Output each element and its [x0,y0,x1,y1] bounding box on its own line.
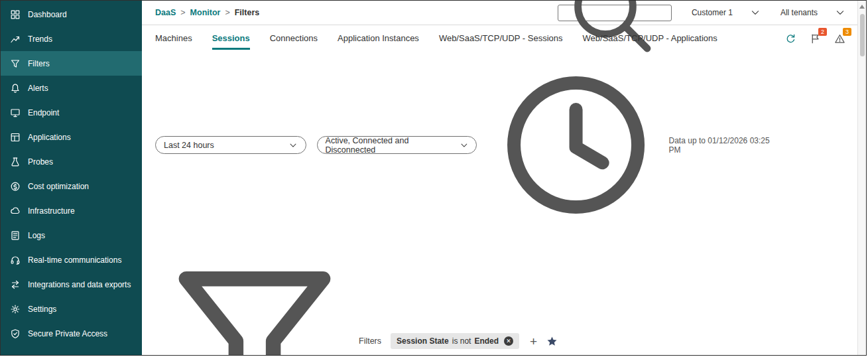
tab-machines[interactable]: Machines [155,33,192,50]
close-icon[interactable]: ✕ [504,336,513,346]
breadcrumb-separator: > [225,8,229,17]
probes-icon [10,157,21,167]
notification-badge: 2 [818,28,827,36]
sidebar-item-cost-optimization[interactable]: Cost optimization [1,174,142,198]
add-filter-button[interactable]: + [530,335,537,348]
data-up-to-text: Data up to 01/12/2026 03:25 PM [669,136,771,155]
filters-row: Filters Session State is not Ended ✕ + [142,234,857,355]
search-input[interactable] [663,7,666,18]
sidebar-item-label: Integrations and data exports [28,280,131,289]
session-state-select[interactable]: Active, Connected and Disconnected [317,136,477,154]
clock-icon [487,56,664,234]
tab-sessions[interactable]: Sessions [212,33,250,50]
sidebar-item-logs[interactable]: Logs [1,223,142,248]
cost-optimization-icon [10,181,21,192]
sidebar-item-trends[interactable]: Trends [1,27,142,51]
time-range-select[interactable]: Last 24 hours [155,136,306,154]
tabs: MachinesSessionsConnectionsApplication I… [155,33,717,50]
alerts-icon [10,83,21,94]
filters-label: Filters [155,242,381,355]
breadcrumb-daas[interactable]: DaaS [155,8,176,17]
scrollbar-thumb[interactable] [860,14,865,56]
realtime-communications-icon [10,255,21,265]
secure-private-access-icon [10,328,21,339]
sidebar-item-label: Endpoint [28,108,59,117]
funnel-icon [155,242,354,355]
sidebar-item-label: Probes [28,157,53,167]
breadcrumb-filters: Filters [235,8,260,17]
sidebar-item-alerts[interactable]: Alerts [1,76,142,100]
chip-field: Session State [397,336,449,346]
search-box[interactable] [558,5,672,21]
tab-connections[interactable]: Connections [270,33,318,50]
breadcrumb-monitor[interactable]: Monitor [190,8,221,17]
time-range-value: Last 24 hours [164,141,214,150]
sidebar-item-probes[interactable]: Probes [1,149,142,174]
tab-application-instances[interactable]: Application Instances [338,33,419,50]
sidebar-item-label: Real-time communications [28,255,121,265]
filters-icon [10,58,21,69]
chevron-down-icon [750,7,761,18]
tab-bar: MachinesSessionsConnectionsApplication I… [142,25,857,50]
sidebar-item-label: Dashboard [28,10,67,19]
refresh-icon[interactable] [785,33,796,44]
topbar-right: Customer 1 All tenants [558,5,845,21]
sidebar-item-label: Logs [28,231,45,240]
topbar: DaaS>Monitor>Filters Customer 1 All tena… [142,1,857,25]
scroll-up-arrow[interactable] [859,5,865,9]
chip-operator: is not [452,336,471,346]
integrations-icon [10,279,21,290]
chevron-down-icon [460,141,469,150]
chip-value: Ended [474,336,499,346]
sidebar-item-label: Applications [28,133,71,142]
filters-text: Filters [359,336,381,346]
breadcrumb: DaaS>Monitor>Filters [155,8,259,17]
sidebar-item-infrastructure[interactable]: Infrastructure [1,198,142,223]
data-freshness: Data up to 01/12/2026 03:25 PM [487,56,771,234]
breadcrumb-separator: > [180,8,185,17]
tab-web-saas-tcp-udp-sessions[interactable]: Web/SaaS/TCP/UDP - Sessions [439,33,563,50]
sidebar-item-label: Trends [28,35,52,44]
sidebar: DashboardTrendsFiltersAlertsEndpointAppl… [1,1,142,355]
sidebar-item-label: Cost optimization [28,182,89,191]
main-area: DaaS>Monitor>Filters Customer 1 All tena… [142,1,866,355]
sidebar-item-label: Secure Private Access [28,329,107,338]
warning-icon[interactable]: 3 [834,33,845,44]
sidebar-item-label: Settings [28,305,56,314]
dashboard-icon [10,9,21,20]
app-window: DashboardTrendsFiltersAlertsEndpointAppl… [0,0,867,356]
infrastructure-icon [10,206,21,216]
sidebar-item-settings[interactable]: Settings [1,297,142,321]
sidebar-item-applications[interactable]: Applications [1,125,142,149]
vertical-scrollbar[interactable] [857,1,866,355]
controls-row: Last 24 hours Active, Connected and Disc… [142,50,857,234]
filter-chip[interactable]: Session State is not Ended ✕ [391,333,519,349]
customer-label: Customer 1 [692,8,733,17]
applications-icon [10,132,21,143]
favorite-star-icon[interactable] [546,336,558,347]
tenant-label: All tenants [780,8,818,17]
sidebar-item-endpoint[interactable]: Endpoint [1,100,142,125]
flag-icon[interactable]: 2 [810,33,821,44]
tenant-selector[interactable]: All tenants [780,7,845,18]
endpoint-icon [10,107,21,118]
chevron-down-icon [835,7,845,18]
notification-icons: 23 [785,33,845,50]
session-state-value: Active, Connected and Disconnected [326,136,460,155]
sidebar-item-label: Infrastructure [28,206,75,216]
tab-web-saas-tcp-udp-applications[interactable]: Web/SaaS/TCP/UDP - Applications [583,33,717,50]
sidebar-item-secure-private-access[interactable]: Secure Private Access [1,321,142,346]
settings-icon [10,304,21,315]
sidebar-item-integrations-and-data-exports[interactable]: Integrations and data exports [1,272,142,297]
notification-badge: 3 [843,28,851,36]
trends-icon [10,34,21,44]
logs-icon [10,230,21,241]
chevron-down-icon [288,141,298,150]
sidebar-item-filters[interactable]: Filters [1,51,142,76]
customer-selector[interactable]: Customer 1 [692,7,761,18]
sidebar-item-dashboard[interactable]: Dashboard [1,2,142,27]
sidebar-item-label: Alerts [28,84,48,93]
sidebar-item-real-time-communications[interactable]: Real-time communications [1,248,142,272]
sidebar-item-label: Filters [28,59,50,68]
